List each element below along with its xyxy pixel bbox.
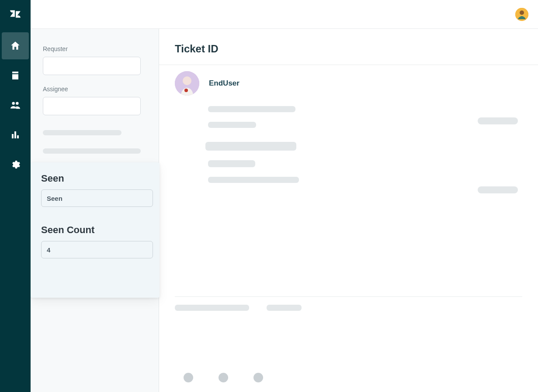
nav-rail (0, 0, 31, 392)
skeleton-line (43, 130, 121, 135)
seen-app-card: Seen Seen Count (31, 162, 160, 298)
ticket-header: Ticket ID (159, 29, 538, 65)
skeleton-line (43, 148, 141, 154)
topbar (31, 0, 538, 29)
requester-input[interactable] (43, 57, 141, 75)
action-dot[interactable] (253, 373, 263, 382)
seen-status-input[interactable] (41, 189, 153, 207)
svg-point-1 (520, 10, 524, 15)
enduser-name: EndUser (209, 79, 239, 88)
action-dot[interactable] (219, 373, 228, 382)
main-area: Requster Assignee Seen Seen Count (31, 0, 538, 392)
seen-count-heading: Seen Count (41, 224, 149, 236)
composer-skeleton (175, 296, 522, 311)
requester-label: Requster (43, 45, 146, 52)
enduser-avatar (175, 71, 199, 96)
ticket-title: Ticket ID (175, 43, 522, 55)
nav-admin[interactable] (2, 151, 29, 178)
zendesk-logo-icon (9, 8, 21, 20)
svg-point-3 (183, 76, 191, 85)
nav-home[interactable] (2, 32, 29, 59)
seen-heading: Seen (41, 173, 149, 184)
agent-avatar[interactable] (515, 8, 528, 21)
nav-reporting[interactable] (2, 121, 29, 148)
composer-actions (184, 373, 263, 382)
nav-views[interactable] (2, 62, 29, 89)
action-dot[interactable] (184, 373, 193, 382)
assignee-label: Assignee (43, 86, 146, 93)
assignee-input[interactable] (43, 97, 141, 115)
seen-count-input[interactable] (41, 241, 153, 258)
ticket-content: Ticket ID EndUser (159, 29, 538, 392)
svg-point-4 (184, 89, 188, 92)
ticket-body: EndUser (159, 65, 538, 392)
ticket-sidebar: Requster Assignee Seen Seen Count (31, 29, 159, 392)
message-skeleton (175, 106, 522, 183)
nav-customers[interactable] (2, 92, 29, 119)
